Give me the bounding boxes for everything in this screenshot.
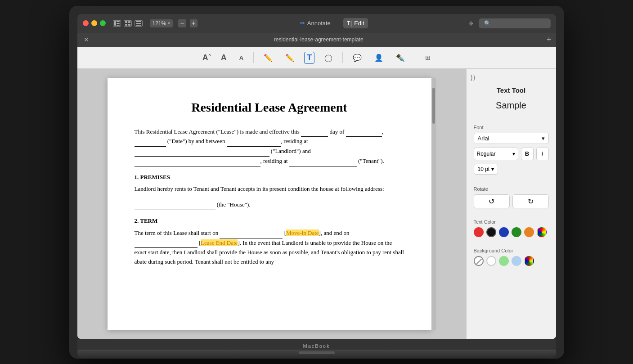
rotate-left-button[interactable]: ↺ [474,194,510,208]
svg-rect-0 [114,21,116,26]
svg-rect-6 [125,24,127,26]
section-premises-body: Landlord hereby rents to Tenant and Tena… [135,184,404,194]
pencil-draw-icon[interactable]: ✏️ [261,52,275,64]
text-auto-size-icon[interactable]: A ^ [200,51,211,64]
font-size-row: 10 pt ▾ [474,164,549,175]
laptop-bottom: MacBook [77,339,556,350]
signature-tool-icon[interactable]: ✒️ [393,52,408,64]
stamp-tool-icon[interactable]: 👤 [372,52,386,64]
grid-icon[interactable] [124,20,132,27]
share-button[interactable]: ⎆ [467,18,475,29]
font-dropdown-icon: ▾ [542,135,545,142]
text-color-row [474,227,549,237]
color-multicolor-bg[interactable] [524,256,534,266]
scroll-thumb[interactable] [432,88,435,124]
zoom-dropdown-icon: ▾ [168,21,170,26]
laptop-base [77,350,556,359]
window-layout-icons [113,20,143,27]
annotation-toolbar: A ^ A A ✏️ ✏️ T ◯ 💬 👤 ✒️ ⊞ [77,47,556,69]
annotate-button[interactable]: ✏ Annotate [296,18,334,28]
comment-tool-icon[interactable]: 💬 [350,52,364,64]
new-tab-button[interactable]: + [547,35,552,45]
edit-button[interactable]: T| Edit [343,18,368,28]
document-page: Residential Lease Agreement This Residen… [108,78,431,330]
zoom-out-button[interactable]: − [178,19,186,27]
bg-color-section: Background Color [467,244,556,273]
font-label: Font [474,125,549,130]
color-light-green[interactable] [499,256,509,266]
zoom-level: 121% [153,20,166,27]
panel-divider-1 [467,119,556,119]
svg-rect-1 [117,21,120,22]
list-icon[interactable] [135,20,143,27]
color-navy[interactable] [499,227,509,237]
sidebar-icon[interactable] [113,20,121,27]
svg-rect-10 [136,25,141,26]
color-red[interactable] [474,227,484,237]
color-white[interactable] [486,256,496,266]
color-green[interactable] [512,227,521,237]
rotate-section: Rotate ↺ ↻ [467,183,556,216]
style-label: Regular [477,151,496,157]
svg-rect-2 [117,23,120,24]
bold-button[interactable]: B [521,148,534,160]
sample-text: Sample [467,99,556,117]
text-small-icon[interactable]: A [237,53,246,63]
document-body: This Residential Lease Agreement ("Lease… [135,127,404,267]
color-orange[interactable] [524,227,534,237]
color-multicolor-text[interactable] [537,227,547,237]
crop-tool-icon[interactable]: ⊞ [422,52,433,63]
bg-color-label: Background Color [474,248,549,253]
text-insert-icon[interactable]: T [304,52,314,64]
address-blank: (the "House"). [135,200,404,210]
size-dropdown-icon: ▾ [491,166,494,172]
text-color-section: Text Color [467,216,556,244]
maximize-button[interactable] [100,20,106,26]
minimize-button[interactable] [91,20,97,26]
main-area: Residential Lease Agreement This Residen… [77,69,556,339]
scroll-bar[interactable] [431,78,436,330]
font-style-select[interactable]: Regular ▾ [474,148,518,160]
titlebar-center: ✏ Annotate T| Edit [201,18,463,28]
zoom-control[interactable]: 121% ▾ [150,19,173,27]
color-black[interactable] [486,227,496,237]
document-title: Residential Lease Agreement [135,100,404,115]
color-none[interactable] [474,256,484,266]
toolbar-divider-3 [415,52,415,63]
paragraph-intro: This Residential Lease Agreement ("Lease… [135,127,404,166]
edit-label: Edit [354,20,364,27]
text-edit-icon: T| [347,20,352,27]
close-button[interactable] [83,20,89,26]
titlebar: 121% ▾ − + ✏ Annotate T| Edit ⎆ [77,14,556,33]
titlebar-right: ⎆ [467,18,551,29]
macbook-label: MacBook [303,343,330,349]
highlight-pen-icon[interactable]: ✏️ [283,52,297,64]
font-style-row: Regular ▾ B I [474,148,549,160]
rotate-label: Rotate [474,186,549,192]
svg-rect-8 [136,21,141,22]
rotate-right-button[interactable]: ↻ [512,194,549,208]
svg-rect-5 [128,21,130,23]
italic-button[interactable]: I [536,148,549,160]
text-color-label: Text Color [474,219,549,225]
toolbar-divider-2 [342,52,343,63]
text-large-icon[interactable]: A [218,51,229,64]
search-input[interactable] [479,18,551,28]
section-term-title: 2. TERM [135,216,404,226]
font-size-select[interactable]: 10 pt ▾ [474,164,498,175]
rotate-row: ↺ ↻ [474,194,549,208]
annotate-label: Annotate [307,20,331,27]
font-section: Font Arial ▾ Regular ▾ B I [467,121,556,183]
traffic-lights [83,20,106,26]
shape-tool-icon[interactable]: ◯ [322,52,335,64]
section-term-body: The term of this Lease shall start on [M… [135,229,404,267]
size-label: 10 pt [478,166,490,172]
tabbar: ✕ residential-lease-agreement-template + [77,33,556,47]
zoom-in-button[interactable]: + [190,19,198,27]
color-light-blue[interactable] [512,256,521,266]
collapse-panel-icon[interactable]: ⟩⟩ [470,73,476,82]
document-area: Residential Lease Agreement This Residen… [77,69,466,339]
close-tab-button[interactable]: ✕ [82,35,91,44]
font-select[interactable]: Arial ▾ [474,133,549,144]
style-dropdown-icon: ▾ [512,151,515,157]
